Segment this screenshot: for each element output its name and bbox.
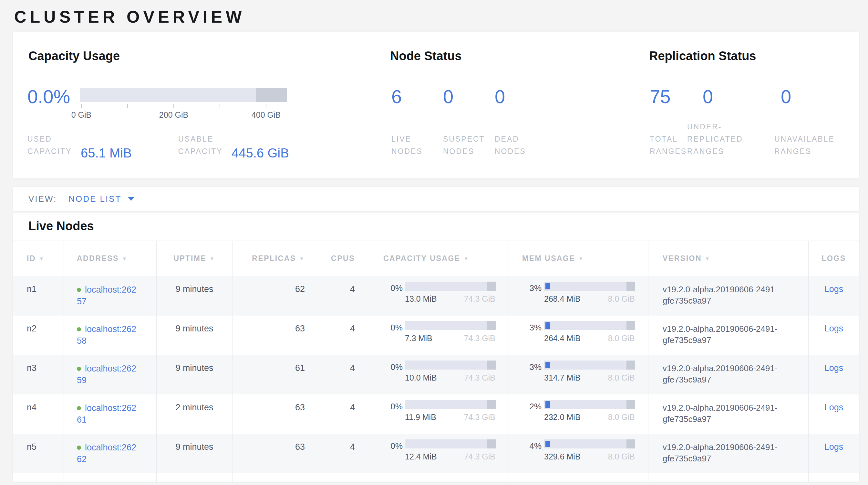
- sort-arrow-icon: ▼: [299, 256, 305, 261]
- mem-usage-cell: 4% 329.6 MiB 8.0 GiB: [507, 434, 648, 473]
- capacity-percent: 0%: [369, 323, 403, 333]
- logs-link[interactable]: Logs: [825, 284, 843, 294]
- column-header-logs: LOGS: [808, 241, 859, 276]
- column-header-capacity-usage[interactable]: CAPACITY USAGE▼: [369, 241, 507, 276]
- dead-nodes-count: 0: [495, 86, 505, 107]
- capacity-percent: 0%: [369, 402, 403, 411]
- summary-card: Capacity Usage 0.0% 0 GiB 200 GiB 400 Gi…: [13, 32, 859, 178]
- uptime-cell: 9 minutes: [156, 434, 232, 473]
- mem-used-value: 264.4 MiB: [544, 334, 581, 343]
- replicas-cell: 63: [232, 395, 318, 434]
- mem-bar: [544, 400, 635, 409]
- column-header-uptime[interactable]: UPTIME▼: [156, 241, 232, 276]
- column-header-version[interactable]: VERSION▼: [648, 241, 808, 276]
- column-header-id[interactable]: ID▼: [13, 241, 64, 276]
- version-cell: v19.2.0-alpha.20190606-2491-gfe735c9a97: [648, 316, 808, 355]
- mem-bar-remainder: [626, 361, 635, 370]
- capacity-usage-cell: 0% 12.4 MiB 74.3 GiB: [369, 434, 507, 473]
- node-address-link[interactable]: localhost:26261: [77, 403, 136, 425]
- unavailable-ranges-count: 0: [781, 86, 791, 107]
- uptime-cell: 9 minutes: [156, 316, 232, 355]
- node-live-status-icon: [77, 327, 81, 332]
- version-cell: v19.2.0-alpha.20190606-2491-gfe735c9a97: [648, 276, 808, 316]
- mem-bar-fill: [546, 362, 550, 368]
- page-title: CLUSTER OVERVIEW: [14, 7, 245, 27]
- node-address-cell: localhost:26259: [64, 355, 156, 395]
- node-address-cell: localhost:26258: [64, 316, 156, 355]
- mem-percent: 2%: [508, 402, 541, 411]
- capacity-usage-cell: 0% 13.0 MiB 74.3 GiB: [369, 276, 507, 316]
- capacity-bar-remainder: [487, 400, 496, 409]
- axis-tick: [174, 104, 174, 108]
- node-id-cell: n3: [13, 355, 64, 395]
- replication-status-heading: Replication Status: [649, 49, 756, 63]
- used-capacity-value: 65.1 MiB: [81, 146, 132, 160]
- capacity-percent: 0%: [369, 441, 403, 451]
- mem-max-value: 8.0 GiB: [608, 373, 635, 382]
- node-address-link[interactable]: localhost:26262: [77, 443, 136, 464]
- node-live-status-icon: [77, 446, 81, 450]
- mem-max-value: 8.0 GiB: [608, 452, 635, 461]
- axis-tick-label: 0 GiB: [56, 110, 107, 120]
- live-nodes-table: ID▼ ADDRESS▼ UPTIME▼ REPLICAS▼ CPUS CAPA…: [13, 240, 859, 482]
- table-row: n5 localhost:26262 9 minutes 63 4 0% 12.…: [13, 434, 859, 473]
- usable-capacity-value: 445.6 GiB: [231, 146, 289, 160]
- logs-link[interactable]: Logs: [825, 442, 843, 452]
- live-nodes-card: Live Nodes ID▼ ADDRESS▼ UPTIME▼ REPLICAS…: [13, 213, 859, 482]
- table-row-partial: [13, 473, 859, 482]
- logs-link[interactable]: Logs: [825, 403, 843, 412]
- total-ranges-label: TOTALRANGES: [650, 133, 687, 158]
- cpus-cell: 4: [318, 434, 369, 473]
- mem-bar: [544, 439, 635, 449]
- mem-bar-fill: [546, 441, 550, 447]
- capacity-bar: [405, 321, 496, 330]
- mem-percent: 4%: [508, 441, 541, 451]
- uptime-cell: 9 minutes: [156, 355, 232, 395]
- sort-arrow-icon: ▼: [122, 256, 128, 261]
- node-address-cell: localhost:26257: [64, 276, 156, 316]
- mem-percent: 3%: [508, 323, 541, 333]
- replicas-cell: 63: [232, 434, 318, 473]
- mem-bar-fill: [546, 283, 550, 289]
- capacity-percent: 0%: [369, 362, 403, 372]
- node-id-cell: n1: [13, 276, 64, 316]
- node-address-link[interactable]: localhost:26258: [77, 324, 136, 346]
- suspect-nodes-label: SUSPECTNODES: [443, 133, 485, 158]
- logs-link[interactable]: Logs: [825, 324, 843, 333]
- node-address-cell: localhost:26262: [64, 434, 156, 473]
- column-header-address[interactable]: ADDRESS▼: [64, 241, 156, 276]
- node-address-cell: localhost:26261: [64, 395, 156, 434]
- sort-arrow-icon: ▼: [210, 256, 215, 261]
- capacity-used-value: 12.4 MiB: [405, 452, 437, 461]
- capacity-percent: 0%: [369, 283, 403, 293]
- axis-tick: [220, 104, 220, 108]
- capacity-usage-heading: Capacity Usage: [28, 49, 120, 63]
- chevron-down-icon: [128, 197, 134, 201]
- table-row: n2 localhost:26258 9 minutes 63 4 0% 7.3…: [13, 316, 859, 355]
- node-id-cell: n2: [13, 316, 64, 355]
- node-address-link[interactable]: localhost:26257: [77, 285, 136, 306]
- cpus-cell: 4: [318, 355, 369, 395]
- mem-bar: [544, 361, 635, 370]
- cpus-cell: 4: [318, 276, 369, 316]
- sort-arrow-icon: ▼: [705, 256, 710, 261]
- replicas-cell: 61: [232, 355, 318, 395]
- column-header-replicas[interactable]: REPLICAS▼: [232, 241, 318, 276]
- replicas-cell: 62: [232, 276, 318, 316]
- logs-cell: Logs: [808, 434, 859, 473]
- view-dropdown[interactable]: NODE LIST: [68, 194, 134, 204]
- logs-cell: Logs: [808, 316, 859, 355]
- logs-cell: Logs: [808, 276, 859, 316]
- mem-max-value: 8.0 GiB: [608, 412, 635, 422]
- logs-link[interactable]: Logs: [825, 363, 843, 373]
- node-address-link[interactable]: localhost:26259: [77, 364, 136, 385]
- cluster-overview-page: CLUSTER OVERVIEW Capacity Usage 0.0% 0 G…: [0, 0, 868, 485]
- cpus-cell: 4: [318, 395, 369, 434]
- usable-capacity-label: USABLECAPACITY: [178, 133, 222, 158]
- capacity-bar-remainder: [487, 361, 496, 370]
- sort-arrow-icon: ▼: [464, 256, 469, 261]
- column-header-mem-usage[interactable]: MEM USAGE▼: [507, 241, 648, 276]
- capacity-max-value: 74.3 GiB: [464, 452, 495, 461]
- table-row: n4 localhost:26261 2 minutes 63 4 0% 11.…: [13, 395, 859, 434]
- capacity-bar-remainder: [487, 439, 496, 449]
